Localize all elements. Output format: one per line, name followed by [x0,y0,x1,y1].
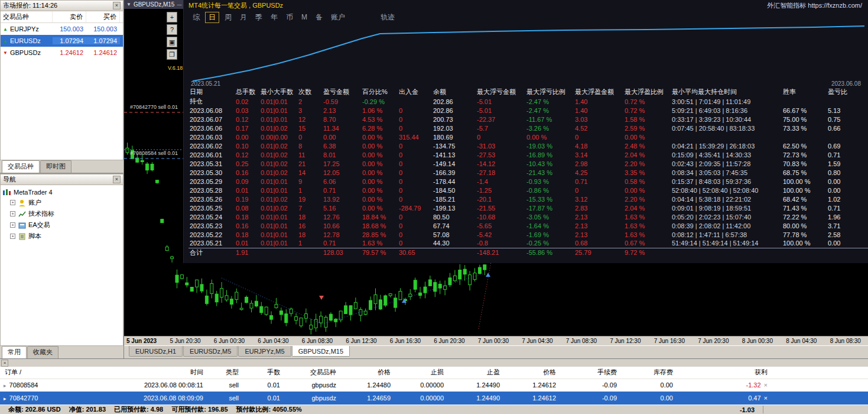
column-price-open[interactable]: 价格 [340,367,394,379]
navigator-item-3[interactable]: +EA交易 [2,219,122,231]
order-row[interactable]: ▸708427702023.06.08 08:09:09sell0.01gbpu… [0,392,868,405]
column-commission[interactable]: 手续费 [560,367,620,379]
overlay-menu-item[interactable]: 综 [188,12,204,22]
stats-cell: 2023.06.02 [188,141,235,150]
column-profit[interactable]: 获利 [677,367,771,379]
overlay-menu-item[interactable]: 币 [282,12,297,22]
order-cell: 1.24490 [447,392,503,405]
stats-cell: 7 [297,203,322,212]
column-stop-loss[interactable]: 止损 [394,367,447,379]
stats-cell: 315.44 [398,132,432,141]
chart-tab[interactable]: GBPUSDz,M15 [292,346,350,357]
order-row[interactable]: ▸708085842023.06.08 00:08:11sell0.01gbpu… [0,379,868,392]
market-watch-tabs: 交易品种 即时图 [0,160,123,173]
chart-tab[interactable]: EURJPYz,M5 [238,346,291,357]
x-axis-label: 7 Jun 08:30 [566,338,597,344]
stats-cell: 0.01|0.02 [259,124,297,132]
overlay-menu-item[interactable]: 日 [205,12,219,23]
market-watch-titlebar[interactable]: 市场报价: 11:14:26 × [0,0,123,11]
stats-cell: 18.68 % [361,221,398,230]
close-icon[interactable]: × [1,360,8,367]
market-watch-row[interactable]: ▲EURUSDz1.072941.07294 [1,35,123,47]
order-type-icon: ▸ [4,383,6,389]
expand-icon[interactable]: + [10,222,15,228]
overlay-menu-item[interactable]: 月 [236,12,251,22]
column-symbol[interactable]: 交易品种 [284,367,340,379]
market-watch-row[interactable]: ▼GBPUSDz1.246121.24612 [1,47,123,59]
windows-icon[interactable]: ▣ [167,37,177,47]
tab-symbols[interactable]: 交易品种 [2,160,40,173]
stats-cell: 1.63 % [623,212,671,221]
stats-cell: -3.26 % [525,124,574,132]
column-time[interactable]: 时间 [89,367,207,379]
column-price-current[interactable]: 价格 [503,367,560,379]
navigator-item-4[interactable]: +脚本 [2,231,122,242]
overlay-menu-item[interactable]: 备 [311,12,327,22]
chart-tab[interactable]: EURUSDz,H1 [129,346,183,357]
stats-cell: 0.69 [827,141,868,150]
overlay-website-link[interactable]: 外汇智能指标 https://fxznzb.com/ [767,1,862,10]
close-icon[interactable]: × [113,2,121,9]
overlay-menu-item[interactable]: 账户 [327,12,349,22]
x-axis-label: 6 Jun 08:30 [302,338,333,344]
navigator-item-2[interactable]: +技术指标 [2,208,122,219]
minimize-icon[interactable]: — [177,2,181,7]
stats-cell: 0.00 % [361,159,398,168]
stats-cell: 0.67 % [623,239,671,248]
stats-cell: 0 [398,195,432,203]
stats-cell: 0:08:12 | 1:47:11 | 6:57:38 [671,230,782,239]
close-icon[interactable]: × [113,176,121,183]
column-lots[interactable]: 手数 [242,367,284,379]
stats-cell [259,248,297,257]
expand-icon[interactable]: + [10,234,15,239]
overlay-menu-item-track[interactable]: 轨迹 [376,12,399,22]
market-watch-row[interactable]: ▲EURJPYz150.003150.003 [1,23,123,35]
overlay-menu-item[interactable]: 周 [220,12,236,22]
stats-row: 2023.05.280.010.01|0.0110.710.00 %0-184.… [188,186,868,195]
order-cell: 0.00000 [394,392,447,405]
close-order-icon[interactable]: × [764,381,768,389]
stats-cell: 202.86 [432,97,476,106]
overlay-menu-item[interactable]: 年 [266,12,282,22]
chart-tab[interactable]: EURUSDz,M5 [183,346,238,357]
trade-line-label: #70842770 sell 0.01 [130,104,178,110]
navigator-titlebar[interactable]: 导航 × [0,174,123,185]
stats-cell: -0.86 % [525,186,574,195]
tab-common[interactable]: 常用 [2,346,27,358]
column-bid[interactable]: 卖价 [53,11,86,22]
stats-cell: -0.29 % [361,97,398,106]
close-order-icon[interactable]: × [764,394,768,402]
expand-icon[interactable]: + [10,211,15,216]
column-order[interactable]: 订单 / [0,367,89,379]
stats-cell: 67.74 [432,221,476,230]
price-up-icon: ▲ [3,27,8,32]
overlay-menu-item[interactable]: M [297,13,311,21]
stats-cell: 11.34 [322,124,361,132]
chart-window-title: GBPUSDz,M15 [134,1,174,8]
column-take-profit[interactable]: 止盈 [447,367,503,379]
overlay-menu-item[interactable]: 季 [251,12,266,22]
column-symbol[interactable]: 交易品种 [1,11,53,22]
stats-cell: 73.33 % [782,124,827,132]
crosshair-icon[interactable]: + [167,12,177,22]
restore-icon[interactable]: ❐ [167,49,177,60]
column-swap[interactable]: 库存费 [620,367,677,379]
order-cell: 1.24612 [503,392,560,405]
stats-cell: 0.75 [827,115,868,124]
navigator-item-1[interactable]: +账户 [2,197,122,208]
column-type[interactable]: 类型 [207,367,242,379]
stats-cell: 0:15:37 | 8:48:03 | 59:37:36 [671,177,782,186]
navigator-root[interactable]: MetaTrader 4 [2,187,122,197]
stats-cell: -21.43 % [525,168,574,177]
tab-tick-chart[interactable]: 即时图 [40,160,71,173]
tab-favorites[interactable]: 收藏夹 [27,346,58,358]
stats-cell: 0.01|0.02 [259,150,297,159]
help-icon[interactable]: ? [167,24,177,35]
order-cell: 0.00 [620,392,677,405]
order-cell: 2023.06.08 08:09:09 [89,392,207,405]
stats-cell: 0.00 % [361,150,398,159]
expand-icon[interactable]: + [10,200,15,205]
stats-cell: -15.33 % [525,195,574,203]
column-ask[interactable]: 买价 [86,11,120,22]
chart-window-titlebar[interactable]: ▼ GBPUSDz,M15 — [124,0,186,9]
